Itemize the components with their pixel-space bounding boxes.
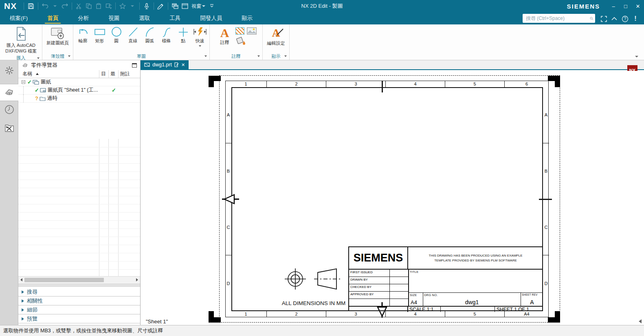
settings-rail-button[interactable]: [0, 62, 18, 79]
center-mark-top: [382, 81, 383, 92]
maximize-button[interactable]: □: [620, 0, 632, 12]
tree-row-sheet[interactable]: ✓ 圖紙頁 "Sheet 1" (工... ✓: [18, 86, 140, 94]
drawing-icon: [33, 80, 39, 85]
note-button[interactable]: A 註釋: [216, 26, 234, 46]
column-latest[interactable]: 最: [110, 70, 115, 77]
navigator-tree: ✓ 圖紙 ✓ 圖紙頁 "Sheet 1" (工... ✓ ? 過時: [18, 78, 140, 103]
image-tool-icon[interactable]: [247, 27, 257, 35]
fullscreen-icon[interactable]: [598, 13, 609, 24]
alert-icon[interactable]: !: [630, 13, 641, 24]
rectangle-tool[interactable]: 矩形: [92, 26, 108, 44]
tab-selection[interactable]: 選取: [129, 12, 160, 24]
rapid-dimension-tool[interactable]: 快速: [192, 26, 208, 47]
ribbon-options-caret-icon[interactable]: [635, 56, 638, 57]
collapse-icon[interactable]: [22, 80, 25, 84]
document-tab-dwg1[interactable]: dwg1.prt ✕: [141, 60, 189, 69]
tools-rail-button[interactable]: [0, 120, 18, 137]
line-tool[interactable]: 直線: [125, 26, 141, 44]
part-navigator-rail-button[interactable]: [0, 84, 18, 101]
horizontal-scrollbar[interactable]: [18, 276, 140, 283]
drawn-by-label: DRAWN BY: [349, 277, 390, 284]
sketch-group-dropdown-icon[interactable]: [204, 55, 207, 57]
cascade-windows-icon[interactable]: [170, 1, 180, 11]
section-details[interactable]: 細節: [18, 305, 140, 314]
window-menu-caret-icon[interactable]: [202, 5, 205, 7]
point-tool[interactable]: 點: [175, 26, 191, 44]
tab-file[interactable]: 檔案(F): [0, 12, 37, 24]
paste-special-icon[interactable]: [103, 1, 113, 11]
circle-tool[interactable]: 圓: [108, 26, 125, 44]
scrollbar-thumb[interactable]: [24, 278, 104, 282]
save-icon[interactable]: [26, 1, 36, 11]
column-object[interactable]: 目: [101, 70, 106, 77]
section-search[interactable]: 搜尋: [18, 288, 140, 296]
customize-quick-access-icon[interactable]: [207, 1, 217, 11]
separator: [139, 2, 140, 10]
column-comment[interactable]: 附註: [120, 70, 130, 77]
tree-row-drawing[interactable]: ✓ 圖紙: [18, 78, 140, 86]
history-rail-button[interactable]: [0, 101, 18, 118]
cut-icon[interactable]: [74, 1, 84, 11]
undo-icon[interactable]: [40, 1, 50, 11]
question-mark-icon[interactable]: ?: [35, 95, 38, 101]
minimize-ribbon-icon[interactable]: [609, 13, 620, 24]
new-sheet-button[interactable]: 新建圖紙頁: [45, 26, 70, 47]
drawing-viewport[interactable]: 1 2 3 4 5 6 1 2 3 4 5 A4 A B C D: [141, 71, 644, 325]
import-dxf-dwg-button[interactable]: 匯入 AutoCAD DXF/DWG 檔案: [4, 26, 38, 55]
scroll-corner-icon[interactable]: [639, 319, 642, 323]
window-icon[interactable]: [180, 1, 190, 11]
rapid-dimension-dropdown-icon[interactable]: [199, 45, 201, 47]
close-button[interactable]: ✕: [632, 0, 644, 12]
tab-home[interactable]: 首頁: [37, 12, 68, 24]
help-icon[interactable]: ?: [620, 13, 630, 24]
scroll-right-icon[interactable]: [136, 278, 138, 281]
separator: [72, 2, 72, 10]
check-icon[interactable]: ✓: [27, 79, 32, 85]
tab-developer[interactable]: 開發人員: [190, 12, 232, 24]
tree-label[interactable]: 過時: [47, 95, 57, 102]
undock-icon[interactable]: [132, 63, 137, 68]
sheet-name-label[interactable]: "Sheet 1": [146, 318, 168, 325]
fill-tool-icon[interactable]: [235, 36, 246, 45]
annotation-group-dropdown-icon[interactable]: [257, 55, 260, 57]
import-group-dropdown-icon[interactable]: [37, 57, 40, 59]
voice-command-icon[interactable]: [142, 1, 152, 11]
favorites-dropdown-icon[interactable]: [127, 1, 137, 11]
edit-settings-button[interactable]: A 編輯設定: [264, 26, 288, 46]
arc-tool[interactable]: 圓弧: [142, 26, 158, 44]
redo-icon[interactable]: [60, 1, 70, 11]
tree-label[interactable]: 圖紙: [41, 79, 51, 86]
touch-mode-icon[interactable]: [156, 1, 166, 11]
window-menu-label[interactable]: 視窗: [191, 3, 201, 10]
undo-dropdown-icon[interactable]: [50, 1, 60, 11]
tab-analysis[interactable]: 分析: [68, 12, 99, 24]
panel-splitter[interactable]: [18, 283, 140, 287]
sheet-rev-value: A: [521, 299, 543, 305]
section-dependencies[interactable]: 相關性: [18, 296, 140, 305]
tree-row-out-of-date[interactable]: ? 過時: [18, 94, 140, 103]
copy-icon[interactable]: [84, 1, 94, 11]
hatch-tool-icon[interactable]: [235, 27, 244, 35]
zone-label: C: [225, 200, 231, 256]
resource-bar: [0, 60, 18, 325]
profile-tool[interactable]: 輪廓: [75, 26, 91, 44]
paste-icon[interactable]: [94, 1, 103, 11]
search-input[interactable]: [525, 15, 590, 22]
tab-tools[interactable]: 工具: [160, 12, 190, 24]
check-icon[interactable]: ✓: [35, 87, 39, 93]
section-preview[interactable]: 預覽: [18, 314, 140, 323]
scroll-left-icon[interactable]: [20, 278, 22, 281]
import-file-icon: [14, 26, 29, 43]
favorites-star-icon[interactable]: [118, 1, 127, 11]
tree-label[interactable]: 圖紙頁 "Sheet 1" (工...: [48, 87, 98, 94]
minimize-button[interactable]: –: [607, 0, 620, 12]
close-tab-icon[interactable]: ✕: [181, 62, 185, 68]
sheet-group-dropdown-icon[interactable]: [68, 55, 70, 57]
display-group-dropdown-icon[interactable]: [284, 55, 287, 57]
tab-display[interactable]: 顯示: [232, 12, 262, 24]
tab-view[interactable]: 視圖: [99, 12, 129, 24]
command-search[interactable]: [523, 14, 595, 23]
column-name[interactable]: 名稱: [18, 70, 32, 77]
separator: [38, 2, 38, 10]
spline-tool[interactable]: 樣條: [158, 26, 175, 44]
